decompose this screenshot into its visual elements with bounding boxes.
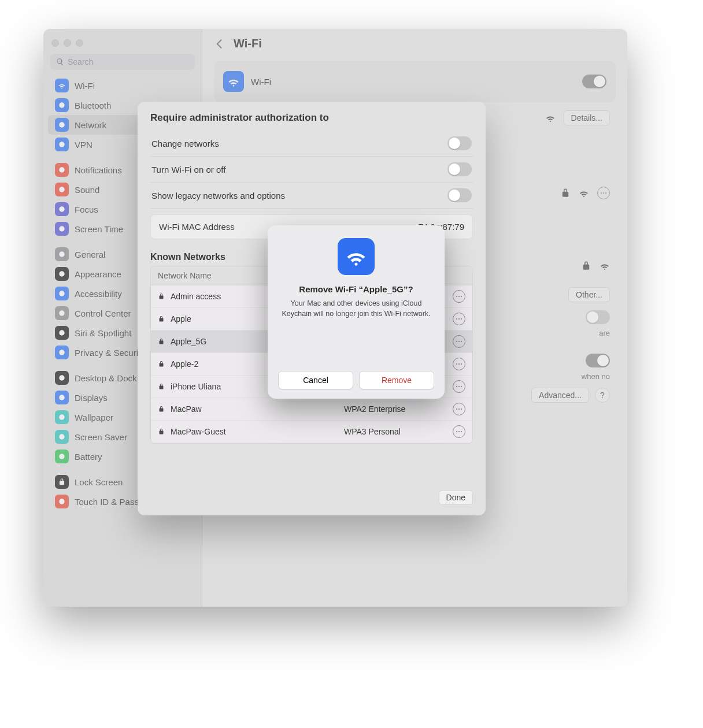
sidebar-item-label: Desktop & Dock [75,373,137,383]
wifi-icon [55,79,69,92]
back-button[interactable] [214,38,225,50]
admin-auth-toggle[interactable] [447,188,472,202]
dialog-title: Remove Wi-Fi “Apple_5G”? [299,284,413,294]
sidebar-item-label: Wi-Fi [75,81,95,91]
network-name: Apple-2 [171,359,198,369]
network-security: WPA2 Enterprise [344,404,442,414]
close-traffic-icon[interactable] [51,39,59,47]
wifi-service-label: Wi-Fi [251,77,271,87]
lock-icon [158,338,165,345]
network-name: Admin access [171,292,221,301]
siri-icon [55,326,69,340]
other-networks-button[interactable]: Other... [568,287,610,302]
globe-icon [55,118,69,132]
control-icon [55,306,69,320]
sidebar-item-label: Wallpaper [75,413,113,422]
admin-auth-label: Turn Wi-Fi on or off [151,165,225,174]
sidebar-item-label: Displays [75,393,108,403]
advanced-button[interactable]: Advanced... [531,388,589,403]
network-more-button[interactable]: ⋯ [453,380,465,393]
admin-auth-toggle[interactable] [447,136,472,150]
sidebar-item-label: Sound [75,185,99,195]
admin-auth-title: Require administrator authorization to [150,112,473,124]
lock-icon [560,188,571,198]
network-name: Apple [171,314,191,324]
bluetooth-icon [55,98,69,112]
network-more-button[interactable]: ⋯ [453,425,465,438]
globe-icon [55,138,69,151]
table-row[interactable]: MacPaw-GuestWPA3 Personal⋯ [151,421,472,443]
bell-icon [55,163,69,177]
network-more-button[interactable]: ⋯ [453,335,465,348]
lock-icon [158,383,165,390]
admin-auth-label: Show legacy networks and options [151,191,285,200]
network-name: MacPaw-Guest [171,427,226,436]
wifi-signal-icon [579,188,589,198]
help-button[interactable]: ? [595,388,610,403]
network-more-button[interactable]: ⋯ [453,290,465,303]
traffic-lights [43,34,202,50]
search-placeholder: Search [68,57,93,66]
accessibility-icon [55,287,69,300]
sidebar-item-label: General [75,250,105,259]
ask-to-join-toggle[interactable] [586,310,610,324]
hourglass-icon [55,222,69,236]
gear-icon [55,247,69,261]
lock-icon [158,315,165,322]
sound-icon [55,183,69,196]
display-icon [55,391,69,404]
network-more-button[interactable]: ⋯ [453,358,465,370]
minimize-traffic-icon[interactable] [64,39,71,47]
wifi-master-panel: Wi-Fi [214,61,616,102]
wifi-signal-icon [545,113,556,123]
sidebar-item-label: Focus [75,205,98,214]
details-button[interactable]: Details... [564,110,610,125]
wifi-master-toggle[interactable] [582,75,606,88]
network-name: Apple_5G [171,337,206,346]
search-input[interactable]: Search [50,54,195,70]
search-icon [56,58,64,66]
sidebar-item-label: Privacy & Security [75,348,145,358]
sidebar-item-label: Bluetooth [75,101,111,110]
sidebar-item-label: Accessibility [75,289,122,299]
sidebar-item-label: Network [75,120,106,130]
admin-auth-row-change-networks: Change networks [150,131,473,157]
network-name: iPhone Uliana [171,382,221,391]
sidebar-item-label: Control Center [75,309,131,318]
remove-wifi-dialog: Remove Wi-Fi “Apple_5G”? Your Mac and ot… [268,225,445,399]
lock-icon [158,293,165,300]
mac-address-label: Wi-Fi MAC Address [159,222,235,232]
sidebar-item-label: Screen Time [75,224,123,234]
lock-icon [158,428,165,435]
admin-auth-row-turn-wifi: Turn Wi-Fi on or off [150,157,473,183]
zoom-traffic-icon[interactable] [76,39,83,47]
network-name: MacPaw [171,404,202,414]
hand-icon [55,346,69,359]
lock-icon [55,475,69,489]
appearance-icon [55,267,69,281]
table-row[interactable]: MacPawWPA2 Enterprise⋯ [151,398,472,421]
sidebar-item-label: Screen Saver [75,432,127,442]
more-menu-button[interactable]: ⋯ [597,187,610,199]
dock-icon [55,371,69,385]
sidebar-item-wi-fi[interactable]: Wi-Fi [48,76,197,95]
ask-hotspot-toggle[interactable] [586,354,610,367]
sidebar-item-label: Lock Screen [75,477,123,487]
remove-button[interactable]: Remove [359,371,434,389]
wifi-app-icon [338,238,375,275]
network-security: WPA3 Personal [344,427,442,436]
admin-auth-toggle[interactable] [447,162,472,176]
network-more-button[interactable]: ⋯ [453,403,465,415]
sidebar-item-label: Siri & Spotlight [75,328,131,338]
page-title: Wi-Fi [234,37,262,50]
moon-icon [55,202,69,216]
wifi-signal-icon [600,261,610,271]
main-header: Wi-Fi [202,29,627,57]
lock-icon [581,261,591,271]
lock-icon [158,406,165,413]
done-button[interactable]: Done [439,490,473,505]
cancel-button[interactable]: Cancel [278,371,353,389]
network-more-button[interactable]: ⋯ [453,313,465,325]
sidebar-item-label: Battery [75,452,102,462]
battery-icon [55,450,69,463]
